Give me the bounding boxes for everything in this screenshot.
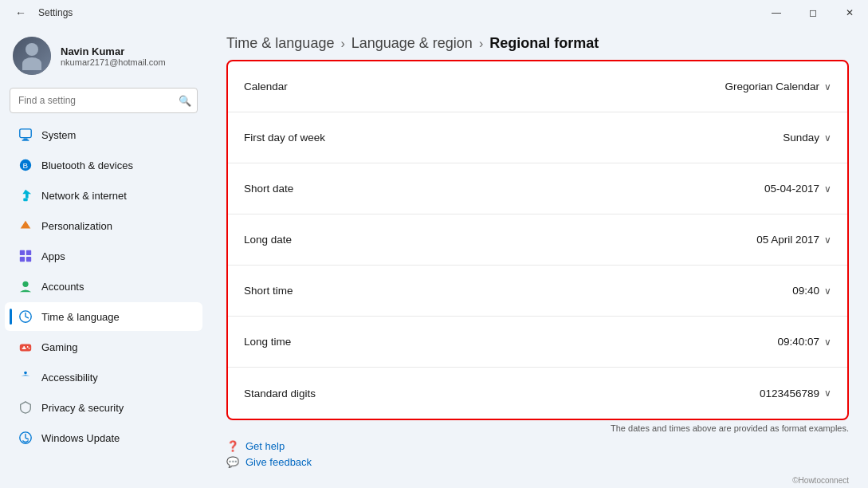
setting-control-longtime[interactable]: 09:40:07 ∨ bbox=[704, 336, 831, 348]
svg-rect-14 bbox=[22, 348, 26, 349]
setting-label-firstday: First day of week bbox=[244, 132, 325, 144]
titlebar-title: Settings bbox=[38, 7, 73, 18]
close-button[interactable]: ✕ bbox=[831, 0, 868, 26]
sidebar-item-accessibility[interactable]: Accessibility bbox=[5, 363, 202, 392]
dropdown-arrow-firstday: ∨ bbox=[824, 132, 831, 144]
sidebar-item-system[interactable]: System bbox=[5, 120, 202, 149]
system-icon bbox=[18, 127, 33, 143]
user-profile[interactable]: Navin Kumar nkumar2171@hotmail.com bbox=[0, 29, 207, 88]
svg-text:B: B bbox=[22, 161, 28, 170]
help-icon: ❓ bbox=[226, 439, 239, 452]
search-input[interactable] bbox=[10, 88, 198, 113]
sidebar-item-label-network: Network & internet bbox=[41, 190, 127, 202]
setting-label-shorttime: Short time bbox=[244, 285, 293, 297]
window-controls: — ◻ ✕ bbox=[758, 0, 868, 26]
svg-point-10 bbox=[22, 281, 28, 287]
dropdown-arrow-shorttime: ∨ bbox=[824, 285, 831, 297]
svg-rect-0 bbox=[20, 129, 31, 138]
sidebar-item-network[interactable]: Network & internet bbox=[5, 181, 202, 210]
setting-control-digits[interactable]: 0123456789 ∨ bbox=[704, 388, 831, 399]
minimize-button[interactable]: — bbox=[758, 0, 795, 26]
breadcrumb: Time & language › Language & region › Re… bbox=[207, 26, 868, 60]
setting-value-shortdate: 05-04-2017 bbox=[764, 183, 819, 195]
titlebar-left: ← Settings bbox=[10, 2, 73, 24]
sidebar-item-label-apps: Apps bbox=[41, 250, 65, 262]
setting-label-digits: Standard digits bbox=[244, 388, 316, 399]
give-feedback-label: Give feedback bbox=[245, 456, 312, 468]
setting-control-firstday[interactable]: Sunday ∨ bbox=[704, 132, 831, 144]
bluetooth-icon: B bbox=[18, 157, 33, 173]
svg-point-16 bbox=[29, 348, 30, 349]
update-icon bbox=[18, 430, 33, 446]
gaming-icon bbox=[18, 339, 33, 355]
svg-rect-5 bbox=[23, 199, 27, 202]
setting-row-longtime: Long time 09:40:07 ∨ bbox=[228, 317, 847, 368]
setting-value-longdate: 05 April 2017 bbox=[756, 234, 819, 246]
dropdown-arrow-longdate: ∨ bbox=[824, 234, 831, 246]
sidebar-item-label-personalization: Personalization bbox=[41, 220, 112, 232]
setting-row-firstday: First day of week Sunday ∨ bbox=[228, 112, 847, 163]
dropdown-arrow-digits: ∨ bbox=[824, 388, 831, 399]
sidebar-item-personalization[interactable]: Personalization bbox=[5, 211, 202, 240]
copyright: ©Howtoconnect bbox=[207, 474, 868, 488]
svg-rect-8 bbox=[20, 257, 25, 262]
dropdown-arrow-calendar: ∨ bbox=[824, 81, 831, 92]
give-feedback-link[interactable]: 💬 Give feedback bbox=[226, 455, 849, 468]
sidebar-item-label-gaming: Gaming bbox=[41, 341, 78, 353]
dropdown-arrow-shortdate: ∨ bbox=[824, 183, 831, 195]
feedback-icon: 💬 bbox=[226, 455, 239, 468]
setting-label-shortdate: Short date bbox=[244, 183, 293, 195]
sidebar-item-time[interactable]: Time & language bbox=[5, 302, 202, 331]
privacy-icon bbox=[18, 399, 33, 415]
setting-control-calendar[interactable]: Gregorian Calendar ∨ bbox=[704, 81, 831, 92]
setting-row-digits: Standard digits 0123456789 ∨ bbox=[228, 368, 847, 419]
search-box: 🔍 bbox=[10, 88, 198, 113]
sidebar-item-bluetooth[interactable]: B Bluetooth & devices bbox=[5, 151, 202, 179]
sidebar-item-privacy[interactable]: Privacy & security bbox=[5, 393, 202, 422]
setting-label-longdate: Long date bbox=[244, 234, 292, 246]
sidebar-item-accounts[interactable]: Accounts bbox=[5, 272, 202, 301]
get-help-link[interactable]: ❓ Get help bbox=[226, 439, 849, 452]
back-button[interactable]: ← bbox=[10, 2, 32, 24]
sidebar-item-label-system: System bbox=[41, 129, 76, 141]
avatar bbox=[13, 37, 51, 75]
breadcrumb-time-language[interactable]: Time & language bbox=[226, 35, 334, 52]
setting-row-longdate: Long date 05 April 2017 ∨ bbox=[228, 214, 847, 266]
restore-button[interactable]: ◻ bbox=[795, 0, 831, 26]
sidebar-item-label-privacy: Privacy & security bbox=[41, 402, 124, 414]
setting-row-calendar: Calendar Gregorian Calendar ∨ bbox=[228, 61, 847, 112]
setting-value-shorttime: 09:40 bbox=[792, 285, 819, 297]
main-layout: Navin Kumar nkumar2171@hotmail.com 🔍 Sys… bbox=[0, 26, 868, 488]
sidebar-item-apps[interactable]: Apps bbox=[5, 242, 202, 270]
setting-label-longtime: Long time bbox=[244, 336, 291, 348]
svg-rect-6 bbox=[20, 250, 25, 255]
setting-control-longdate[interactable]: 05 April 2017 ∨ bbox=[704, 234, 831, 246]
svg-rect-12 bbox=[20, 344, 31, 351]
setting-control-shorttime[interactable]: 09:40 ∨ bbox=[704, 285, 831, 297]
setting-row-shortdate: Short date 05-04-2017 ∨ bbox=[228, 163, 847, 214]
user-email: nkumar2171@hotmail.com bbox=[61, 57, 166, 67]
sidebar-item-gaming[interactable]: Gaming bbox=[5, 333, 202, 361]
breadcrumb-sep-1: › bbox=[340, 37, 344, 51]
breadcrumb-current: Regional format bbox=[489, 35, 599, 52]
setting-value-firstday: Sunday bbox=[783, 132, 819, 144]
svg-rect-7 bbox=[26, 250, 31, 255]
breadcrumb-language-region[interactable]: Language & region bbox=[352, 35, 473, 52]
footer-note: The dates and times above are provided a… bbox=[207, 420, 868, 435]
sidebar-item-label-bluetooth: Bluetooth & devices bbox=[41, 159, 133, 171]
network-icon bbox=[18, 187, 33, 203]
setting-value-digits: 0123456789 bbox=[760, 388, 819, 399]
footer-links: ❓ Get help 💬 Give feedback bbox=[207, 435, 868, 474]
sidebar-item-label-accounts: Accounts bbox=[41, 281, 84, 293]
titlebar: ← Settings — ◻ ✕ bbox=[0, 0, 868, 26]
setting-control-shortdate[interactable]: 05-04-2017 ∨ bbox=[704, 183, 831, 195]
setting-row-shorttime: Short time 09:40 ∨ bbox=[228, 266, 847, 317]
sidebar-item-update[interactable]: Windows Update bbox=[5, 423, 202, 452]
content-area: Time & language › Language & region › Re… bbox=[207, 26, 868, 488]
dropdown-arrow-longtime: ∨ bbox=[824, 336, 831, 348]
sidebar-item-label-time: Time & language bbox=[41, 311, 120, 323]
accounts-icon bbox=[18, 278, 33, 294]
settings-panel: Calendar Gregorian Calendar ∨ First day … bbox=[226, 60, 849, 420]
user-info: Navin Kumar nkumar2171@hotmail.com bbox=[61, 45, 166, 67]
accessibility-icon bbox=[18, 369, 33, 385]
